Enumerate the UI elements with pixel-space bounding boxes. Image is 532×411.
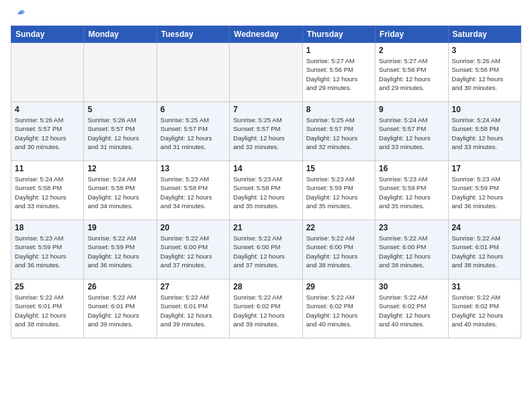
calendar-cell: 9Sunrise: 5:24 AM Sunset: 5:57 PM Daylig… [375,102,448,161]
calendar-cell: 6Sunrise: 5:25 AM Sunset: 5:57 PM Daylig… [157,102,229,161]
calendar-cell: 31Sunrise: 5:22 AM Sunset: 6:02 PM Dayli… [448,279,521,338]
calendar-cell: 18Sunrise: 5:23 AM Sunset: 5:59 PM Dayli… [11,220,84,279]
weekday-header: Tuesday [157,26,229,43]
logo-bird-icon [13,5,28,20]
day-number: 24 [452,223,517,232]
weekday-header: Saturday [448,26,521,43]
day-info: Sunrise: 5:23 AM Sunset: 5:59 PM Dayligh… [306,175,371,210]
calendar-cell: 14Sunrise: 5:23 AM Sunset: 5:58 PM Dayli… [230,161,302,220]
calendar-cell: 20Sunrise: 5:22 AM Sunset: 6:00 PM Dayli… [157,220,229,279]
day-info: Sunrise: 5:23 AM Sunset: 5:59 PM Dayligh… [379,175,444,210]
day-info: Sunrise: 5:24 AM Sunset: 5:57 PM Dayligh… [379,116,444,151]
day-info: Sunrise: 5:22 AM Sunset: 6:02 PM Dayligh… [306,293,371,328]
day-number: 2 [379,46,444,55]
day-number: 19 [87,223,152,232]
day-number: 6 [161,105,226,114]
day-info: Sunrise: 5:22 AM Sunset: 6:00 PM Dayligh… [161,234,226,269]
weekday-header: Wednesday [230,26,302,43]
day-info: Sunrise: 5:25 AM Sunset: 5:57 PM Dayligh… [161,116,226,151]
day-info: Sunrise: 5:22 AM Sunset: 6:01 PM Dayligh… [87,293,152,328]
day-info: Sunrise: 5:25 AM Sunset: 5:57 PM Dayligh… [306,116,371,151]
calendar-cell: 4Sunrise: 5:26 AM Sunset: 5:57 PM Daylig… [11,102,84,161]
day-number: 28 [233,282,298,291]
day-number: 14 [233,164,298,173]
day-number: 25 [15,282,80,291]
calendar-cell: 7Sunrise: 5:25 AM Sunset: 5:57 PM Daylig… [230,102,302,161]
day-info: Sunrise: 5:25 AM Sunset: 5:57 PM Dayligh… [233,116,298,151]
day-number: 9 [379,105,444,114]
calendar-cell: 12Sunrise: 5:24 AM Sunset: 5:58 PM Dayli… [84,161,157,220]
day-info: Sunrise: 5:22 AM Sunset: 6:01 PM Dayligh… [452,234,517,269]
calendar-week-row: 18Sunrise: 5:23 AM Sunset: 5:59 PM Dayli… [11,220,521,279]
day-number: 16 [379,164,444,173]
calendar-cell: 11Sunrise: 5:24 AM Sunset: 5:58 PM Dayli… [11,161,84,220]
calendar-cell: 30Sunrise: 5:22 AM Sunset: 6:02 PM Dayli… [375,279,448,338]
calendar-cell: 16Sunrise: 5:23 AM Sunset: 5:59 PM Dayli… [375,161,448,220]
day-number: 23 [379,223,444,232]
day-number: 26 [87,282,152,291]
day-number: 1 [306,46,371,55]
day-info: Sunrise: 5:26 AM Sunset: 5:57 PM Dayligh… [15,116,80,151]
day-info: Sunrise: 5:23 AM Sunset: 5:58 PM Dayligh… [161,175,226,210]
calendar-table: SundayMondayTuesdayWednesdayThursdayFrid… [11,26,521,338]
calendar-week-row: 4Sunrise: 5:26 AM Sunset: 5:57 PM Daylig… [11,102,521,161]
calendar-cell: 21Sunrise: 5:22 AM Sunset: 6:00 PM Dayli… [230,220,302,279]
day-info: Sunrise: 5:22 AM Sunset: 6:00 PM Dayligh… [306,234,371,269]
day-info: Sunrise: 5:26 AM Sunset: 5:56 PM Dayligh… [452,56,517,92]
calendar-cell: 29Sunrise: 5:22 AM Sunset: 6:02 PM Dayli… [302,279,375,338]
weekday-header: Thursday [302,26,375,43]
calendar-cell: 22Sunrise: 5:22 AM Sunset: 6:00 PM Dayli… [302,220,375,279]
day-info: Sunrise: 5:22 AM Sunset: 6:02 PM Dayligh… [452,293,517,328]
calendar-header-row: SundayMondayTuesdayWednesdayThursdayFrid… [11,26,521,43]
day-number: 18 [15,223,80,232]
calendar-cell [230,43,302,102]
day-number: 20 [161,223,226,232]
calendar-cell: 3Sunrise: 5:26 AM Sunset: 5:56 PM Daylig… [448,43,521,102]
calendar-cell: 8Sunrise: 5:25 AM Sunset: 5:57 PM Daylig… [302,102,375,161]
calendar-cell [11,43,84,102]
day-number: 11 [15,164,80,173]
day-number: 15 [306,164,371,173]
calendar-cell: 19Sunrise: 5:22 AM Sunset: 5:59 PM Dayli… [84,220,157,279]
day-number: 29 [306,282,371,291]
page-header [11,11,521,20]
calendar-cell: 17Sunrise: 5:23 AM Sunset: 5:59 PM Dayli… [448,161,521,220]
calendar-cell: 28Sunrise: 5:22 AM Sunset: 6:02 PM Dayli… [230,279,302,338]
calendar-cell: 24Sunrise: 5:22 AM Sunset: 6:01 PM Dayli… [448,220,521,279]
day-number: 22 [306,223,371,232]
day-info: Sunrise: 5:23 AM Sunset: 5:58 PM Dayligh… [233,175,298,210]
day-info: Sunrise: 5:24 AM Sunset: 5:58 PM Dayligh… [87,175,152,210]
day-info: Sunrise: 5:22 AM Sunset: 5:59 PM Dayligh… [87,234,152,269]
calendar-cell: 27Sunrise: 5:22 AM Sunset: 6:01 PM Dayli… [157,279,229,338]
calendar-cell: 1Sunrise: 5:27 AM Sunset: 5:56 PM Daylig… [302,43,375,102]
day-number: 4 [15,105,80,114]
day-info: Sunrise: 5:22 AM Sunset: 6:00 PM Dayligh… [233,234,298,269]
day-info: Sunrise: 5:22 AM Sunset: 6:02 PM Dayligh… [379,293,444,328]
day-number: 12 [87,164,152,173]
day-number: 10 [452,105,517,114]
calendar-cell: 2Sunrise: 5:27 AM Sunset: 5:56 PM Daylig… [375,43,448,102]
calendar-cell: 5Sunrise: 5:26 AM Sunset: 5:57 PM Daylig… [84,102,157,161]
day-number: 13 [161,164,226,173]
day-number: 21 [233,223,298,232]
day-number: 5 [87,105,152,114]
day-number: 3 [452,46,517,55]
day-info: Sunrise: 5:27 AM Sunset: 5:56 PM Dayligh… [306,56,371,92]
day-number: 8 [306,105,371,114]
day-info: Sunrise: 5:24 AM Sunset: 5:58 PM Dayligh… [15,175,80,210]
day-info: Sunrise: 5:27 AM Sunset: 5:56 PM Dayligh… [379,56,444,92]
day-info: Sunrise: 5:23 AM Sunset: 5:59 PM Dayligh… [15,234,80,269]
day-info: Sunrise: 5:22 AM Sunset: 6:02 PM Dayligh… [233,293,298,328]
day-info: Sunrise: 5:23 AM Sunset: 5:59 PM Dayligh… [452,175,517,210]
calendar-cell: 26Sunrise: 5:22 AM Sunset: 6:01 PM Dayli… [84,279,157,338]
calendar-cell [84,43,157,102]
weekday-header: Monday [84,26,157,43]
weekday-header: Friday [375,26,448,43]
calendar-cell: 10Sunrise: 5:24 AM Sunset: 5:58 PM Dayli… [448,102,521,161]
day-number: 31 [452,282,517,291]
calendar-week-row: 1Sunrise: 5:27 AM Sunset: 5:56 PM Daylig… [11,43,521,102]
calendar-cell: 13Sunrise: 5:23 AM Sunset: 5:58 PM Dayli… [157,161,229,220]
day-info: Sunrise: 5:22 AM Sunset: 6:01 PM Dayligh… [15,293,80,328]
day-info: Sunrise: 5:24 AM Sunset: 5:58 PM Dayligh… [452,116,517,151]
calendar-cell: 23Sunrise: 5:22 AM Sunset: 6:00 PM Dayli… [375,220,448,279]
